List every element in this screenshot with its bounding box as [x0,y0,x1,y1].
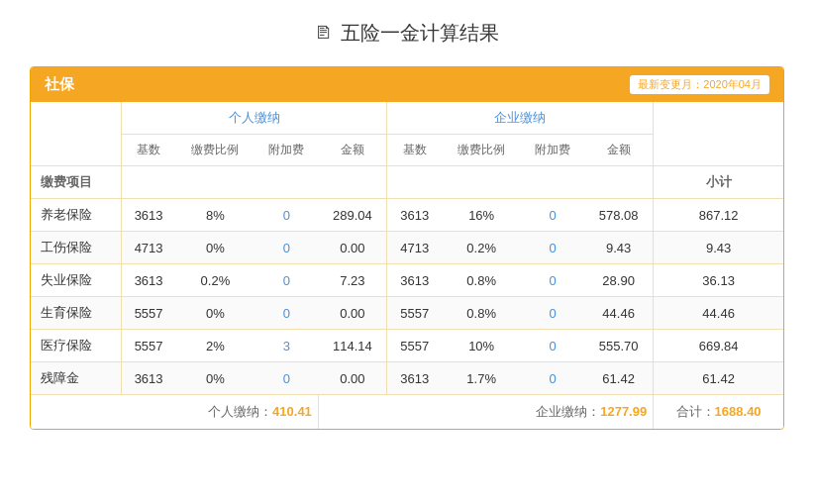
row-c-extra: 0 [521,330,584,362]
col-c-amount: 金额 [584,135,654,166]
row-name: 失业保险 [31,264,121,297]
row-p-amount: 0.00 [318,232,387,264]
row-name: 养老保险 [31,199,121,232]
row-p-base: 5557 [121,297,175,330]
document-icon: 🖹 [315,23,333,44]
group-header-row: 个人缴纳 企业缴纳 [31,102,783,135]
summary-total-label: 合计： [676,404,715,419]
row-p-base: 3613 [121,199,175,232]
col-p-amount: 金额 [318,135,387,166]
row-c-rate: 10% [442,330,521,362]
col-c-rate: 缴费比例 [442,135,521,166]
table-row: 失业保险 3613 0.2% 0 7.23 3613 0.8% 0 28.90 … [31,264,783,297]
table-row: 残障金 3613 0% 0 0.00 3613 1.7% 0 61.42 61.… [31,362,783,395]
row-p-extra: 0 [254,199,318,232]
row-p-rate: 0% [175,362,254,395]
col-header-subtotal [654,102,783,166]
row-total: 36.13 [654,264,783,297]
row-c-extra: 0 [521,297,584,330]
row-p-amount: 0.00 [318,297,387,330]
row-p-base: 5557 [121,330,175,362]
row-p-extra: 0 [254,297,318,330]
row-p-amount: 0.00 [318,362,387,395]
summary-company: 企业缴纳：1277.99 [387,395,654,430]
row-c-amount: 9.43 [584,232,654,264]
summary-company-label: 企业缴纳： [536,404,600,419]
row-c-extra: 0 [521,232,584,264]
row-name: 工伤保险 [31,232,121,264]
table-row: 养老保险 3613 8% 0 289.04 3613 16% 0 578.08 … [31,199,783,232]
summary-personal-value: 410.41 [272,404,312,419]
row-c-base: 3613 [387,362,442,395]
row-name: 残障金 [31,362,121,395]
company-group-header: 企业缴纳 [387,102,654,135]
row-p-extra: 0 [254,264,318,297]
table-row: 生育保险 5557 0% 0 0.00 5557 0.8% 0 44.46 44… [31,297,783,330]
row-c-amount: 44.46 [584,297,654,330]
summary-personal-label: 个人缴纳： [208,404,272,419]
row-p-amount: 7.23 [318,264,387,297]
col-name-row: 缴费项目 小计 [31,166,783,199]
row-c-rate: 1.7% [442,362,521,395]
row-c-amount: 578.08 [584,199,654,232]
row-c-extra: 0 [521,264,584,297]
row-total: 61.42 [654,362,783,395]
social-insurance-table-container: 社保 最新变更月：2020年04月 个人缴纳 企业缴纳 基数 缴费比例 附加费 … [30,66,784,430]
col-p-rate: 缴费比例 [175,135,254,166]
summary-row: 个人缴纳：410.41 企业缴纳：1277.99 合计：1688.40 [31,395,783,430]
col-p-extra: 附加费 [254,135,318,166]
row-c-amount: 555.70 [584,330,654,362]
page-title: 🖹 五险一金计算结果 [315,20,499,47]
row-total: 867.12 [654,199,783,232]
row-total: 44.46 [654,297,783,330]
row-c-rate: 0.2% [442,232,521,264]
summary-personal: 个人缴纳：410.41 [31,395,318,430]
row-p-base: 3613 [121,264,175,297]
table-header-bar: 社保 最新变更月：2020年04月 [31,67,783,102]
row-c-amount: 28.90 [584,264,654,297]
col-c-extra: 附加费 [521,135,584,166]
row-c-base: 4713 [387,232,442,264]
table-row: 工伤保险 4713 0% 0 0.00 4713 0.2% 0 9.43 9.4… [31,232,783,264]
col-p-base: 基数 [121,135,175,166]
row-p-rate: 0% [175,232,254,264]
summary-total-value: 1688.40 [715,404,762,419]
personal-group-header: 个人缴纳 [121,102,387,135]
row-c-rate: 0.8% [442,297,521,330]
row-total: 9.43 [654,232,783,264]
row-c-extra: 0 [521,199,584,232]
row-total: 669.84 [654,330,783,362]
summary-company-value: 1277.99 [600,404,647,419]
update-badge: 最新变更月：2020年04月 [630,75,769,94]
row-c-base: 5557 [387,297,442,330]
row-p-rate: 0.2% [175,264,254,297]
row-name: 医疗保险 [31,330,121,362]
row-c-base: 3613 [387,264,442,297]
row-p-extra: 3 [254,330,318,362]
row-p-amount: 114.14 [318,330,387,362]
row-p-rate: 8% [175,199,254,232]
row-p-base: 3613 [121,362,175,395]
row-p-base: 4713 [121,232,175,264]
table-row: 医疗保险 5557 2% 3 114.14 5557 10% 0 555.70 … [31,330,783,362]
row-name: 生育保险 [31,297,121,330]
row-p-extra: 0 [254,232,318,264]
row-c-extra: 0 [521,362,584,395]
summary-total: 合计：1688.40 [654,395,783,430]
row-p-amount: 289.04 [318,199,387,232]
row-p-rate: 0% [175,297,254,330]
row-c-base: 5557 [387,330,442,362]
row-p-rate: 2% [175,330,254,362]
row-c-amount: 61.42 [584,362,654,395]
row-p-extra: 0 [254,362,318,395]
section-title: 社保 [45,75,74,94]
col-name-subtotal: 小计 [654,166,783,199]
col-c-base: 基数 [387,135,442,166]
row-c-base: 3613 [387,199,442,232]
page-title-text: 五险一金计算结果 [341,20,499,47]
row-c-rate: 0.8% [442,264,521,297]
col-name-item: 缴费项目 [31,166,121,199]
col-header-item [31,102,121,166]
insurance-table: 个人缴纳 企业缴纳 基数 缴费比例 附加费 金额 基数 缴费比例 附加费 金额 … [31,102,783,429]
row-c-rate: 16% [442,199,521,232]
